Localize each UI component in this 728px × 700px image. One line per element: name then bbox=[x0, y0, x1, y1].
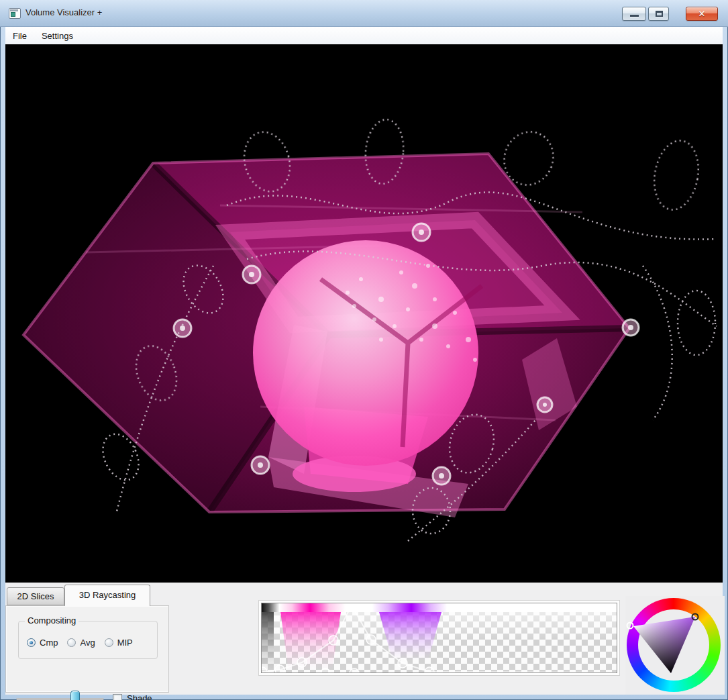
sat-val-triangle[interactable] bbox=[625, 596, 725, 695]
color-band bbox=[262, 603, 617, 612]
window-title: Volume Visualizer + bbox=[25, 7, 102, 17]
compositing-group-label: Compositing bbox=[25, 615, 79, 626]
radio-mip[interactable]: MIP bbox=[105, 638, 133, 648]
radio-avg-icon bbox=[67, 638, 76, 647]
menu-bar: File Settings bbox=[5, 27, 723, 44]
opacity-slider-thumb[interactable] bbox=[70, 691, 80, 700]
compositing-group: Compositing Cmp Avg MIP bbox=[18, 621, 158, 659]
maximize-button[interactable] bbox=[648, 7, 669, 21]
tab-3d-raycasting[interactable]: 3D Raycasting bbox=[64, 585, 150, 606]
volume-render bbox=[5, 44, 723, 583]
tf-control-point[interactable] bbox=[329, 636, 338, 645]
title-bar[interactable]: Volume Visualizer + ✕ bbox=[0, 0, 728, 27]
tf-control-point[interactable] bbox=[321, 668, 330, 673]
close-button[interactable]: ✕ bbox=[686, 7, 718, 21]
menu-settings[interactable]: Settings bbox=[34, 28, 81, 44]
radio-cmp[interactable]: Cmp bbox=[27, 638, 58, 648]
close-icon: ✕ bbox=[698, 9, 706, 19]
tf-control-point[interactable] bbox=[350, 668, 359, 673]
app-icon bbox=[9, 8, 21, 19]
tf-control-point[interactable] bbox=[366, 635, 376, 644]
minimize-button[interactable] bbox=[622, 7, 646, 21]
tab-2d-slices[interactable]: 2D Slices bbox=[7, 587, 64, 605]
radio-avg-label: Avg bbox=[80, 638, 95, 648]
bottom-panel: 2D Slices 3D Raycasting Compositing Cmp … bbox=[5, 583, 723, 695]
transfer-function-editor[interactable] bbox=[258, 600, 620, 676]
radio-cmp-icon bbox=[27, 638, 36, 647]
radio-avg[interactable]: Avg bbox=[67, 638, 95, 648]
radio-mip-icon bbox=[105, 638, 113, 647]
radio-cmp-label: Cmp bbox=[40, 638, 58, 648]
maximize-icon bbox=[656, 11, 663, 17]
shade-checkbox[interactable] bbox=[113, 694, 122, 700]
color-wheel[interactable] bbox=[625, 596, 725, 695]
hue-marker[interactable] bbox=[627, 623, 633, 629]
menu-file[interactable]: File bbox=[5, 28, 34, 44]
render-viewport[interactable] bbox=[5, 44, 723, 583]
tf-control-point[interactable] bbox=[425, 667, 434, 673]
shade-label: Shade bbox=[127, 693, 152, 700]
tf-control-point[interactable] bbox=[275, 665, 284, 673]
tf-control-point[interactable] bbox=[398, 658, 407, 668]
tf-control-point[interactable] bbox=[347, 603, 356, 610]
tf-control-point[interactable] bbox=[297, 658, 307, 667]
app-window: Volume Visualizer + ✕ File Settings bbox=[0, 0, 728, 700]
transfer-function-canvas[interactable] bbox=[262, 603, 617, 673]
raycasting-tab-page: Compositing Cmp Avg MIP bbox=[5, 605, 169, 693]
radio-mip-label: MIP bbox=[117, 638, 133, 648]
minimize-icon bbox=[630, 15, 639, 17]
